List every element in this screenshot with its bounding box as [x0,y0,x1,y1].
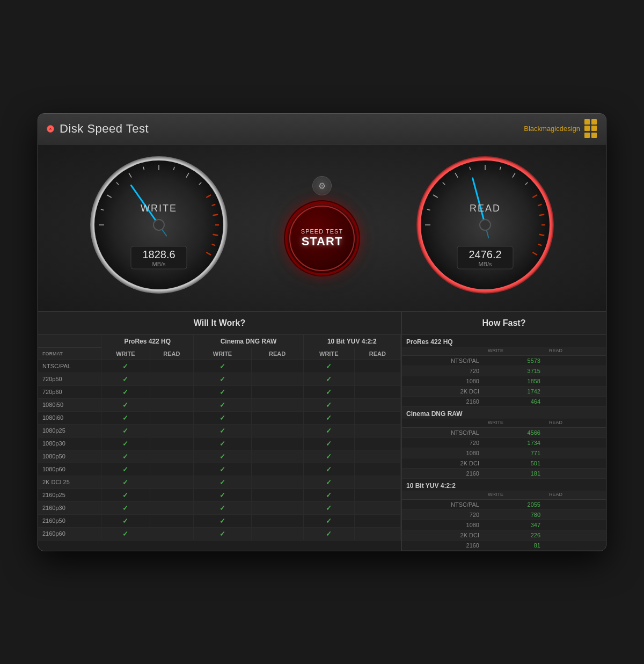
yuv-read-cell [354,385,400,398]
brand-square-4 [591,126,597,131]
cdng-write-cell: ✓ [194,527,251,540]
hf-read-val [545,448,606,458]
how-fast-panel: How Fast? ProRes 422 HQ WRITE READ NTSC/… [402,312,606,551]
read-gauge-container: READ 2476.2 MB/s [415,155,555,295]
yuv-read-cell [354,501,400,514]
hf-format-name: 2160 [402,540,484,550]
table-row: 720p60 ✓ ✓ ✓ [38,385,401,398]
hf-read-val [545,366,606,376]
yuv-read-th: READ [354,348,400,360]
prores-write-cell: ✓ [101,398,150,411]
prores-write-cell: ✓ [101,527,150,540]
data-area: Will It Work? ProRes 422 HQ Cinema DNG R… [38,311,606,551]
prores-write-cell: ✓ [101,450,150,463]
brand-square-3 [584,126,590,131]
cdng-write-cell: ✓ [194,463,251,476]
prores-write-cell: ✓ [101,437,150,450]
prores-write-cell: ✓ [101,501,150,514]
hf-format-name: NTSC/PAL [402,427,484,437]
list-item: 2160 464 [402,396,606,406]
how-fast-body: ProRes 422 HQ WRITE READ NTSC/PAL 5573 7… [402,335,606,551]
hf-read-val [545,520,606,530]
codec-name: 10 Bit YUV 4:2:2 [402,478,606,491]
prores-write-cell: ✓ [101,424,150,437]
hf-write-val: 3715 [484,366,545,376]
yuv-read-cell [354,488,400,501]
cdng-read-cell [251,450,303,463]
table-row: 2160p50 ✓ ✓ ✓ [38,514,401,527]
prores-read-cell [150,373,194,385]
cdng-write-cell: ✓ [194,501,251,514]
cdng-write-cell: ✓ [194,450,251,463]
hf-format-name: 720 [402,437,484,448]
start-button[interactable]: SPEED TEST START [287,203,357,273]
hf-read-val [545,376,606,386]
start-button-line2: START [302,235,343,249]
list-item: 720 780 [402,509,606,520]
yuv-read-cell [354,527,400,540]
table-row: NTSC/PAL ✓ ✓ ✓ [38,360,401,373]
list-item: 720 1734 [402,437,606,448]
hf-read-val [545,468,606,478]
prores-read-cell [150,501,194,514]
format-cell: 1080p25 [38,424,101,437]
prores-write-cell: ✓ [101,514,150,527]
format-cell: 2160p60 [38,527,101,540]
table-row: 1080i60 ✓ ✓ ✓ [38,411,401,424]
cdng-read-cell [251,514,303,527]
prores-read-cell [150,476,194,488]
yuv-read-cell [354,463,400,476]
prores-read-cell [150,437,194,450]
table-row: 720p50 ✓ ✓ ✓ [38,373,401,385]
cdng-read-cell [251,360,303,373]
list-item: 1080 347 [402,520,606,530]
will-it-work-table: ProRes 422 HQ Cinema DNG RAW 10 Bit YUV … [38,335,401,541]
will-it-work-panel: Will It Work? ProRes 422 HQ Cinema DNG R… [38,312,402,551]
yuv-read-cell [354,437,400,450]
prores-read-cell [150,424,194,437]
cdng-write-cell: ✓ [194,360,251,373]
cdng-write-cell: ✓ [194,424,251,437]
hf-format-name: 2K DCI [402,386,484,396]
hf-read-val [545,540,606,550]
format-cell: 1080p50 [38,450,101,463]
brand-icon [584,119,597,138]
prores-read-cell [150,463,194,476]
read-value-text: 2476.2 [469,249,502,260]
yuv-read-cell [354,360,400,373]
prores-read-cell [150,527,194,540]
codec-sub-header: WRITE READ [402,491,606,500]
hf-read-val [545,427,606,437]
prores-write-cell: ✓ [101,463,150,476]
codec-sub-header: WRITE READ [402,347,606,356]
yuv-write-cell: ✓ [303,450,354,463]
prores-write-cell: ✓ [101,360,150,373]
brand-square-2 [591,119,597,125]
hf-read-val [545,530,606,540]
hf-write-val: 501 [484,458,545,468]
hf-read-val [545,458,606,468]
cdng-codec-header: Cinema DNG RAW [194,335,303,348]
hf-read-val [545,509,606,520]
cdng-write-cell: ✓ [194,437,251,450]
codec-section-header: Cinema DNG RAW [402,406,606,419]
cdng-write-cell: ✓ [194,398,251,411]
format-cell: 720p50 [38,373,101,385]
list-item: 1080 1858 [402,376,606,386]
hf-format-name: 1080 [402,520,484,530]
settings-button[interactable]: ⚙ [312,176,332,195]
svg-line-21 [539,214,545,215]
cdng-read-cell [251,476,303,488]
yuv-read-cell [354,424,400,437]
hf-read-val [545,499,606,509]
hf-write-val: 1734 [484,437,545,448]
how-fast-header: How Fast? [402,312,606,335]
format-cell: 2160p25 [38,488,101,501]
read-gauge-center-hub [480,220,491,230]
yuv-write-cell: ✓ [303,398,354,411]
prores-write-cell: ✓ [101,385,150,398]
close-button[interactable]: × [47,125,54,133]
table-row: 2160p60 ✓ ✓ ✓ [38,527,401,540]
yuv-write-cell: ✓ [303,514,354,527]
prores-read-cell [150,411,194,424]
